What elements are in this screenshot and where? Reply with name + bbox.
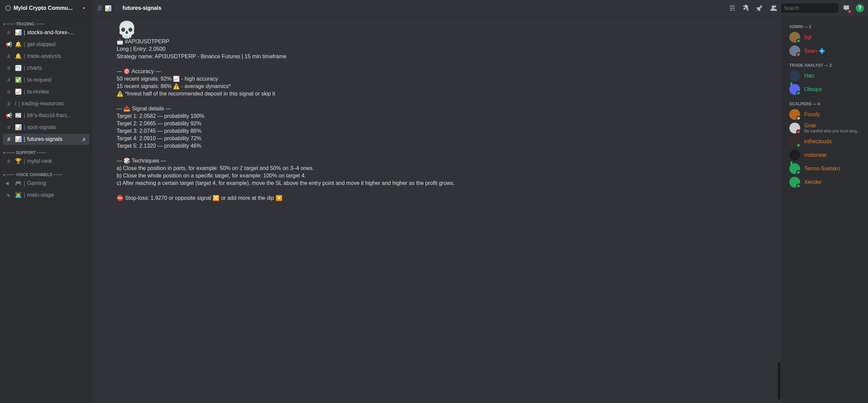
member-motorwar[interactable]: motorwar bbox=[787, 148, 865, 162]
channel-trade-analysts[interactable]: #🔔｜trade-analysts bbox=[3, 51, 90, 62]
status-indicator bbox=[796, 184, 801, 188]
member-terms-svetsko[interactable]: Terms-Svetsko bbox=[787, 162, 865, 175]
status-indicator bbox=[796, 39, 801, 43]
category-voice-channels[interactable]: ▾━━━━ VOICE CHANNELS ━━━━ bbox=[3, 167, 90, 177]
channel-sidebar: Mylol Crypto Commu... ▾━━━━ TRADING ━━━━… bbox=[0, 0, 92, 403]
channel-stocks-and-forex-[interactable]: #📊｜stocks-and-forex-... bbox=[3, 27, 90, 38]
status-indicator bbox=[796, 129, 801, 134]
member-xender[interactable]: Xender bbox=[787, 175, 865, 189]
chevron-down-icon bbox=[81, 5, 87, 11]
avatar bbox=[789, 177, 800, 188]
channel-type-icon: 📢 bbox=[5, 112, 12, 119]
category-trading[interactable]: ▾━━━━ TRADING ━━━━ bbox=[3, 16, 90, 26]
server-boost-icon bbox=[5, 5, 11, 11]
channel-type-icon: # bbox=[5, 125, 12, 131]
member-han[interactable]: Han bbox=[787, 69, 865, 83]
search-input[interactable] bbox=[784, 5, 843, 11]
member-intheclouds[interactable]: intheclouds bbox=[787, 135, 865, 148]
status-indicator bbox=[796, 143, 801, 148]
channel-type-icon bbox=[5, 181, 12, 187]
threads-icon[interactable] bbox=[727, 3, 738, 14]
skull-emoji: 💀 bbox=[117, 22, 776, 38]
member-bgl[interactable]: bgl bbox=[787, 30, 865, 44]
avatar bbox=[789, 136, 800, 147]
server-header[interactable]: Mylol Crypto Commu... bbox=[0, 0, 92, 16]
avatar bbox=[789, 84, 800, 95]
members-toggle-icon[interactable] bbox=[768, 3, 778, 14]
status-indicator bbox=[796, 52, 801, 57]
channel-futures-signals[interactable]: #📊｜futures-signals bbox=[3, 134, 90, 145]
channel-bfr-s-flaccid-fract-[interactable]: 📢📰｜bfr's-flaccid-fract... bbox=[3, 110, 90, 121]
channel-type-icon: # bbox=[5, 89, 12, 95]
avatar bbox=[789, 109, 800, 120]
avatar bbox=[789, 45, 800, 56]
channel-mylol-rank[interactable]: #🏆｜mylol-rank bbox=[3, 156, 90, 167]
channel-type-icon: # bbox=[5, 30, 12, 36]
member-gnar[interactable]: GnarBe careful who you trust serg... bbox=[787, 121, 865, 135]
status-indicator bbox=[796, 116, 801, 121]
channel-charts[interactable]: #📉｜charts bbox=[3, 63, 90, 74]
members-sidebar: ADMIN — 2bglSean 💠TRADE ANALYST — 2HanOb… bbox=[781, 16, 868, 403]
member-sean[interactable]: Sean 💠 bbox=[787, 44, 865, 58]
inbox-icon[interactable] bbox=[841, 3, 852, 14]
member-obsqur[interactable]: Obsqur bbox=[787, 83, 865, 96]
category-support[interactable]: ▾━━━━ SUPPORT ━━━━ bbox=[3, 145, 90, 155]
channel-emoji: 📊 bbox=[105, 5, 112, 12]
role-header-trade-analyst: TRADE ANALYST — 2 bbox=[789, 63, 865, 68]
channel-type-icon bbox=[5, 192, 12, 198]
channel-ta-request[interactable]: #✅｜ta-request bbox=[3, 75, 90, 86]
pinned-icon[interactable] bbox=[754, 3, 765, 14]
avatar bbox=[789, 163, 800, 174]
channel-spot-signals[interactable]: #📊｜spot-signals bbox=[3, 122, 90, 133]
role-header-admin: ADMIN — 2 bbox=[789, 24, 865, 29]
hash-icon: # bbox=[98, 3, 102, 13]
scrollbar[interactable] bbox=[778, 16, 781, 403]
notifications-icon[interactable] bbox=[741, 3, 751, 14]
search-box[interactable] bbox=[781, 3, 838, 13]
avatar bbox=[789, 123, 800, 133]
channel-Gaming[interactable]: 🎮｜Gaming bbox=[3, 178, 90, 189]
member-foxsly[interactable]: Foxsly bbox=[787, 108, 865, 121]
channel-trading-resources[interactable]: #i｜trading-resources bbox=[3, 98, 90, 109]
channel-type-icon: # bbox=[5, 77, 12, 83]
avatar bbox=[789, 70, 800, 81]
channel-type-icon: # bbox=[5, 158, 12, 165]
channel-ta-review[interactable]: #📈｜ta-review bbox=[3, 86, 90, 98]
channel-get-slapped[interactable]: 📢🔔｜get-slapped bbox=[3, 39, 90, 50]
channel-list: ▾━━━━ TRADING ━━━━#📊｜stocks-and-forex-..… bbox=[0, 16, 92, 403]
svg-point-0 bbox=[8, 194, 9, 196]
channel-topbar: # 📊 ｜ futures-signals bbox=[92, 0, 868, 16]
avatar bbox=[789, 32, 800, 43]
channel-type-icon: # bbox=[5, 101, 12, 107]
channel-type-icon: # bbox=[5, 136, 12, 143]
status-indicator bbox=[796, 91, 801, 96]
channel-type-icon: # bbox=[5, 65, 12, 71]
role-header-scalpers: SCALPERS — 6 bbox=[789, 102, 865, 106]
create-invite-icon[interactable] bbox=[81, 137, 87, 142]
avatar bbox=[789, 150, 800, 161]
channel-type-icon: # bbox=[5, 54, 12, 60]
channel-type-icon: 📢 bbox=[5, 41, 12, 48]
help-icon[interactable]: ? bbox=[854, 3, 865, 14]
channel-main-stage[interactable]: 👨‍💻｜main-stage bbox=[3, 190, 90, 201]
server-name: Mylol Crypto Commu... bbox=[14, 5, 73, 11]
channel-title: futures-signals bbox=[122, 5, 161, 11]
status-indicator bbox=[796, 170, 801, 175]
messages-pane: 💀 📩 #API3USDTPERP Long | Entry: 2.0500 S… bbox=[92, 16, 781, 403]
message-body: 📩 #API3USDTPERP Long | Entry: 2.0500 Str… bbox=[117, 38, 776, 202]
